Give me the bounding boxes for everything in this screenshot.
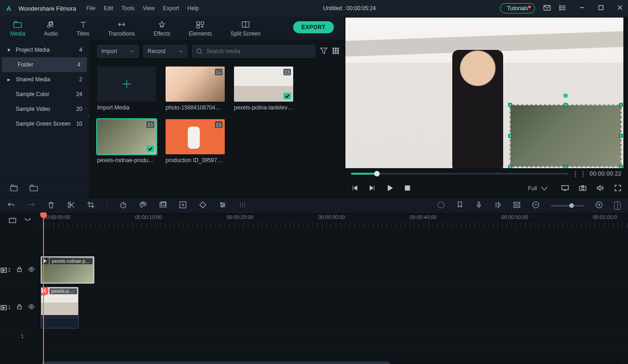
resize-handle[interactable]	[508, 103, 512, 107]
tab-titles[interactable]: Titles	[76, 20, 89, 40]
snapshot-icon[interactable]	[579, 184, 586, 193]
speed-button[interactable]	[119, 201, 127, 210]
zoom-fit-button[interactable]	[614, 201, 621, 210]
redo-button[interactable]	[27, 201, 35, 210]
video-track-2[interactable]: pexels-rodnae-prod	[40, 255, 628, 285]
window-close-button[interactable]	[617, 5, 622, 12]
new-folder-icon[interactable]	[10, 184, 18, 193]
crop-button[interactable]	[87, 201, 95, 210]
media-item[interactable]: production ID_39597…	[166, 119, 225, 164]
tab-audio[interactable]: Audio	[44, 20, 58, 40]
sidebar-item-sample-video[interactable]: Sample Video20	[0, 102, 89, 116]
next-frame-button[interactable]	[369, 184, 376, 193]
toggle-track-icon[interactable]	[28, 266, 35, 274]
track-header-a1[interactable]: 1	[0, 330, 39, 343]
tab-effects[interactable]: Effects	[154, 20, 170, 40]
lock-track-icon[interactable]	[16, 266, 23, 274]
media-item[interactable]: photo-15884106704…	[166, 67, 225, 111]
tab-splitscreen[interactable]: Split Screen	[230, 20, 260, 40]
split-button[interactable]	[67, 201, 75, 210]
media-item[interactable]: pexels-polina-tankilevi…	[234, 67, 293, 111]
menu-help[interactable]: Help	[187, 5, 199, 12]
audio-track-1[interactable]	[40, 330, 628, 348]
audio-sync-button[interactable]	[494, 201, 502, 210]
track-header-v2[interactable]: 2	[0, 255, 39, 285]
media-item[interactable]: pexels-rodnae-produ…	[97, 119, 156, 164]
undo-button[interactable]	[7, 201, 15, 210]
preview-canvas[interactable]	[345, 18, 623, 168]
adjust-button[interactable]	[219, 201, 227, 210]
record-dropdown[interactable]: Record	[143, 45, 187, 58]
menu-tools[interactable]: Tools	[122, 5, 135, 12]
grid-view-icon[interactable]	[332, 47, 339, 56]
tab-transitions[interactable]: Transitions	[108, 20, 135, 40]
crop-zoom-button[interactable]	[179, 201, 187, 210]
track-header-v1[interactable]: 1	[0, 285, 39, 330]
window-minimize-button[interactable]	[579, 5, 585, 12]
resize-handle[interactable]	[619, 165, 623, 168]
display-settings-icon[interactable]	[561, 184, 569, 193]
marker-button[interactable]	[456, 201, 464, 210]
sidebar-item-project-media[interactable]: ▾Project Media4	[0, 42, 89, 57]
stop-button[interactable]	[404, 184, 411, 193]
menu-export[interactable]: Export	[163, 5, 179, 12]
keyframe-button[interactable]	[199, 201, 207, 210]
timeline-clip[interactable]: pexels-rodnae-prod	[41, 256, 94, 284]
menu-view[interactable]: View	[143, 5, 155, 12]
export-button[interactable]: EXPORT	[293, 21, 334, 33]
resize-handle[interactable]	[508, 165, 512, 168]
tasklist-icon[interactable]	[559, 4, 566, 13]
mark-in-icon[interactable]: {	[574, 170, 577, 177]
rotate-handle-icon[interactable]	[563, 93, 568, 98]
resize-handle[interactable]	[508, 134, 512, 138]
timeline-scrollbar[interactable]	[42, 362, 622, 364]
magnet-snap-icon[interactable]	[24, 217, 31, 225]
sidebar-item-folder[interactable]: Folder4	[2, 57, 87, 72]
fullscreen-icon[interactable]	[614, 184, 622, 193]
tab-elements[interactable]: Elements	[189, 20, 212, 40]
render-preview-button[interactable]	[437, 201, 445, 210]
tutorials-button[interactable]: Tutorials	[500, 3, 535, 13]
timeline-clip[interactable]: pexels-polina-	[41, 287, 79, 328]
voiceover-button[interactable]	[475, 201, 483, 210]
play-button[interactable]	[386, 184, 394, 193]
playhead[interactable]	[43, 213, 44, 364]
resize-handle[interactable]	[619, 103, 623, 107]
sidebar-item-shared-media[interactable]: ▸Shared Media2	[0, 72, 89, 87]
search-input[interactable]	[192, 45, 315, 58]
mark-out-icon[interactable]: }	[582, 170, 584, 177]
message-icon[interactable]	[543, 4, 551, 13]
tab-media[interactable]: Media	[10, 20, 25, 40]
zoom-slider[interactable]	[551, 205, 584, 206]
lock-track-icon[interactable]	[16, 303, 23, 311]
search-field[interactable]	[206, 48, 311, 55]
pip-overlay[interactable]	[510, 104, 622, 167]
window-maximize-button[interactable]	[598, 5, 603, 12]
collapse-sidebar-icon[interactable]: ◂	[86, 113, 89, 119]
volume-icon[interactable]	[597, 184, 604, 193]
color-button[interactable]	[139, 201, 147, 210]
import-media-tile[interactable]: Import Media	[97, 67, 156, 111]
resize-handle[interactable]	[564, 165, 567, 168]
timeline-ruler[interactable]: 00:00:00:00 00:00:10:00 00:00:20:00 00:0…	[40, 213, 628, 228]
preview-seek-slider[interactable]	[351, 173, 569, 175]
toggle-track-icon[interactable]	[28, 303, 35, 311]
folder-icon[interactable]	[30, 184, 38, 193]
import-dropdown[interactable]: Import	[97, 45, 139, 58]
prev-frame-button[interactable]	[351, 184, 358, 193]
menu-file[interactable]: File	[86, 5, 95, 12]
resize-handle[interactable]	[619, 134, 623, 138]
track-manager-button[interactable]	[513, 201, 521, 210]
delete-button[interactable]	[47, 201, 55, 210]
timeline-edit-mode-icon[interactable]	[9, 217, 16, 225]
sidebar-item-sample-green[interactable]: Sample Green Screen10	[0, 116, 89, 131]
audio-mixer-button[interactable]	[239, 201, 246, 210]
filter-icon[interactable]	[320, 47, 327, 56]
resize-handle[interactable]	[564, 103, 567, 107]
zoom-out-button[interactable]	[532, 201, 540, 210]
zoom-in-button[interactable]	[595, 201, 603, 210]
greenscreen-button[interactable]	[159, 201, 167, 210]
video-track-1[interactable]: pexels-polina-	[40, 285, 628, 330]
preview-quality-dropdown[interactable]: Full	[525, 183, 551, 194]
sidebar-item-sample-color[interactable]: Sample Color24	[0, 87, 89, 102]
